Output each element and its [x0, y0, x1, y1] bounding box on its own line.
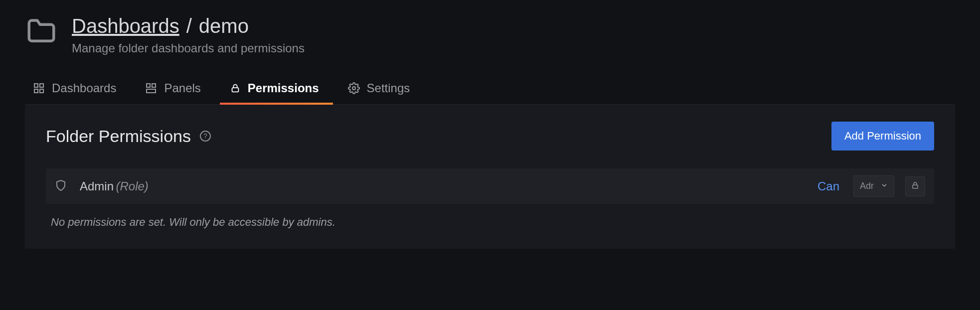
dashboard-grid-icon	[33, 82, 45, 94]
permission-lock-button[interactable]	[905, 176, 925, 196]
svg-rect-9	[913, 185, 918, 188]
svg-rect-0	[34, 84, 38, 87]
page-header: Dashboards / demo Manage folder dashboar…	[25, 15, 955, 55]
breadcrumb: Dashboards / demo	[72, 15, 305, 37]
tab-dashboards[interactable]: Dashboards	[31, 77, 118, 104]
permission-level-select[interactable]: Admin	[853, 175, 894, 197]
breadcrumb-root-link[interactable]: Dashboards	[72, 15, 179, 37]
tab-label: Settings	[367, 81, 410, 95]
shield-icon	[55, 179, 67, 193]
svg-rect-7	[232, 88, 238, 92]
panel-title: Folder Permissions	[46, 127, 191, 146]
svg-point-8	[352, 87, 355, 90]
permission-principal: Admin	[80, 179, 114, 193]
add-permission-button[interactable]: Add Permission	[831, 122, 934, 151]
panels-icon	[145, 82, 157, 94]
empty-permissions-message: No permissions are set. Will only be acc…	[46, 216, 934, 229]
tab-label: Permissions	[248, 81, 319, 95]
svg-rect-6	[147, 89, 156, 93]
svg-rect-4	[147, 84, 150, 87]
permission-level-value: Admin	[860, 181, 874, 191]
chevron-down-icon	[881, 181, 888, 191]
tab-settings[interactable]: Settings	[346, 77, 412, 104]
permission-row: Admin (Role) Can Admin	[46, 168, 934, 204]
permission-can-label[interactable]: Can	[817, 179, 842, 193]
lock-icon	[911, 181, 920, 192]
tab-permissions[interactable]: Permissions	[228, 77, 321, 104]
breadcrumb-separator: /	[186, 15, 192, 37]
svg-rect-5	[152, 84, 156, 87]
tab-label: Dashboards	[52, 81, 116, 95]
help-icon[interactable]: ?	[200, 131, 211, 142]
svg-rect-1	[40, 84, 43, 87]
svg-rect-2	[34, 89, 38, 93]
permissions-panel: Folder Permissions ? Add Permission Admi…	[25, 104, 955, 249]
folder-icon	[25, 15, 58, 48]
gear-icon	[348, 82, 360, 94]
breadcrumb-current: demo	[199, 15, 249, 37]
tab-panels[interactable]: Panels	[143, 77, 202, 104]
tab-label: Panels	[164, 81, 200, 95]
tab-bar: Dashboards Panels Permissions	[25, 77, 955, 104]
lock-icon	[230, 83, 241, 94]
permission-role-suffix: (Role)	[116, 179, 148, 193]
svg-rect-3	[40, 89, 43, 93]
page-subtitle: Manage folder dashboards and permissions	[72, 41, 305, 55]
